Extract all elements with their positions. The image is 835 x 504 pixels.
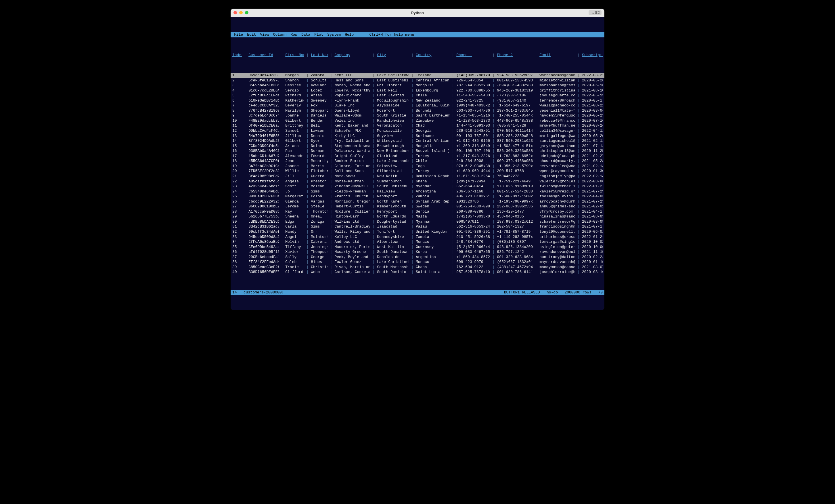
cell-idx: 34 <box>232 239 242 244</box>
cell-city: New Keith <box>377 174 409 179</box>
cell-last: Cabrera <box>311 239 328 244</box>
table-row[interactable]: 9|8c7debEc4DcC745|Joanne|Daniels|Wallace… <box>230 113 605 118</box>
menu-plot[interactable]: Plot <box>312 32 325 37</box>
cell-separator: | <box>533 128 539 134</box>
menu-column[interactable]: Column <box>271 32 288 37</box>
table-row[interactable]: 40|B38D7656DEdEEE3|Clifford|Webb|Carlson… <box>230 269 605 275</box>
cell-first: Clifford <box>285 269 304 275</box>
cell-company: Wilkins Ltd <box>334 219 370 224</box>
table-row[interactable]: 3|85F9bbe4bEB3B12|Desiree|Rowland|Moran,… <box>230 83 605 88</box>
table-row[interactable]: 31|3d42dB31B62ac73|Carla|Sims|Cantrell-B… <box>230 224 605 229</box>
cell-separator: | <box>575 174 582 179</box>
table-row[interactable]: 21|3fAe7B8598eFd7C|Jill|Guerra|Mata-Snow… <box>230 174 605 179</box>
table-row[interactable]: 30|cdDBb8bDACE3dC1|Edgar|Zuniga|Wilkins … <box>230 219 605 224</box>
titlebar[interactable]: Python ⌥⌘2 <box>230 8 605 17</box>
cell-separator: | <box>328 249 334 255</box>
table-row[interactable]: 4|01cCF7cdE2dE6A9|Sergio|Lopez|Lowery, M… <box>230 88 605 93</box>
col-header-email[interactable]: Email <box>539 53 575 58</box>
table-row[interactable]: 1|069ddDc14D23C30|Morgan|Zamora|Kent LLC… <box>230 73 605 78</box>
cell-separator: | <box>575 235 582 240</box>
footer-status: BUTTON1_RELEASED <box>504 290 540 295</box>
col-header-last-name[interactable]: Last Name <box>311 53 328 58</box>
window-shortcut-badge: ⌥⌘2 <box>589 11 602 15</box>
table-row[interactable]: 33|945eebD509d8a9B|Angel|Mcintosh|Kelley… <box>230 235 605 240</box>
cell-separator: | <box>370 255 377 260</box>
table-row[interactable]: 25|093DAD23D7633e6|Margaret|Colon|Franci… <box>230 194 605 199</box>
menu-view[interactable]: View <box>258 32 270 37</box>
table-row[interactable]: 37|29CBa6ebcc4Fa13|Sally|George|Peck, Bo… <box>230 255 605 260</box>
cell-separator: | <box>328 189 334 194</box>
table-row[interactable]: 28|A170dcaF9aD08c7|Ray|Thornton|Mcclure,… <box>230 209 605 214</box>
table-row[interactable]: 19|BA7fcbC3b9C1Cb3|Joanne|Morris|Gilmore… <box>230 164 605 169</box>
cell-city: Randyport <box>377 194 409 199</box>
table-row[interactable]: 7|cF4d3CCDCAf32EE|Beverly|Fox|Blake Inc|… <box>230 103 605 108</box>
table-row[interactable]: 36|aFd4f028d05f156|Xavier|Thompson|Mccar… <box>230 249 605 255</box>
cell-separator: | <box>533 174 539 179</box>
cell-separator: | <box>279 239 285 244</box>
table-row[interactable]: 29|5b165b77E753bE1|Sheena|Oneal|Hinton-B… <box>230 214 605 219</box>
minimize-icon[interactable] <box>239 11 243 14</box>
table-row[interactable]: 23|42325CeAF6bc1d3|Scott|Mclean|Vincent-… <box>230 184 605 189</box>
cell-city: Doughertystad <box>377 219 409 224</box>
cell-idx: 25 <box>232 194 242 199</box>
table-row[interactable]: 27|06CC9D06100bE97|Jerome|Steele|Hebert-… <box>230 204 605 209</box>
col-header-company[interactable]: Company <box>334 53 370 58</box>
table-row[interactable]: 18|455CA6d4A7CF0fA|Jean|Mccarthy|Booker-… <box>230 159 605 164</box>
table-row[interactable]: 14|Bff8024D9Adb23B|Gilbert|Dyer|Fry, Cal… <box>230 138 605 144</box>
table-row[interactable]: 39|C850CeaeC3cE2Ac|Tracie|Christian|Riva… <box>230 265 605 270</box>
table-row[interactable]: 6|b10Fe3ebB714B19|Katherine|Sweeney|Flyn… <box>230 98 605 103</box>
cell-separator: | <box>304 93 311 98</box>
menu-help[interactable]: Help <box>343 32 355 37</box>
table-row[interactable]: 34|2fFcA6c86eaBb7d|Melvin|Cabrera|Andrew… <box>230 239 605 244</box>
table-row[interactable]: 10|F48E29dadcbb8df|Gilbert|Bender|Velez … <box>230 118 605 123</box>
table-row[interactable]: 32|99cbff3c34dAef9|Mandy|Orr|Walls, Rile… <box>230 229 605 235</box>
cell-separator: | <box>242 214 248 219</box>
cell-last: Schultz <box>311 78 328 83</box>
menu-system[interactable]: System <box>325 32 343 37</box>
cell-separator: | <box>450 219 456 224</box>
cell-sub: 2021-08-22 <box>582 103 603 108</box>
menu-edit[interactable]: Edit <box>245 32 258 37</box>
table-row[interactable]: 24|C65348De64ABdB2|Jo|Sims|Fields-Freema… <box>230 189 605 194</box>
table-row[interactable]: 22|AD5cafb1fAfd5cF|Angela|Preston|Morse-… <box>230 179 605 184</box>
table-row[interactable]: 15|FCDd93D9Cf4c5dE|Ariana|Nolan|Stephens… <box>230 144 605 149</box>
table-row[interactable]: 11|Df40Fe1bECE0a5C|Brittney|Bell|Kent, B… <box>230 123 605 128</box>
table-row[interactable]: 12|DDbbaCAdFcF4Cb3|Samuel|Lawson|Schaefe… <box>230 128 605 134</box>
table-row[interactable]: 38|EFf84f2FFedAd4d|Caleb|Hines|Fowler-Go… <box>230 260 605 265</box>
cell-country: Burundi <box>416 108 450 113</box>
cell-company: Kent, Baker and Da… <box>334 123 370 128</box>
col-header-phone-2[interactable]: Phone 2 <box>497 53 532 58</box>
menu-file[interactable]: File <box>232 32 245 37</box>
cell-phone1: +1-630-969-4944 <box>456 168 490 174</box>
cell-separator: | <box>533 244 539 250</box>
table-row[interactable]: 13|54c790461E6B58c|Jillian|Dennis|Kirby … <box>230 134 605 139</box>
menubar[interactable]: FileEditViewColumnRowDataPlotSystemHelpC… <box>230 32 605 38</box>
table-row[interactable]: 35|CEe6DDbe5492adE|Tiffany|Jennings|Mcco… <box>230 244 605 250</box>
table-row[interactable]: 17|15abcCD1eA67d70|Alexandria|Edwards|Br… <box>230 154 605 159</box>
cell-separator: | <box>450 209 456 214</box>
cell-separator: | <box>490 260 497 265</box>
cell-idx: 21 <box>232 174 242 179</box>
col-header-country[interactable]: Country <box>416 53 450 58</box>
table-row[interactable]: 2|5ceFDfeC1059FB7|Sharon|Schultz|Hess an… <box>230 78 605 83</box>
zoom-icon[interactable] <box>245 11 248 14</box>
menu-data[interactable]: Data <box>300 32 312 37</box>
cell-separator: | <box>242 98 248 103</box>
cell-first: Beverly <box>285 103 304 108</box>
col-header-subscripti-[interactable]: Subscripti> <box>582 53 603 58</box>
table-row[interactable]: 16|938EAb0a4A46C6C|Pam|Norman|Delacruz, … <box>230 148 605 154</box>
cell-separator: | <box>279 78 285 83</box>
col-header-customer-id[interactable]: Customer Id <box>248 53 279 58</box>
cell-separator: | <box>490 168 497 174</box>
menu-row[interactable]: Row <box>289 32 299 37</box>
col-header-first-name[interactable]: First Name <box>285 53 304 58</box>
col-header-phone-1[interactable]: Phone 1 <box>456 53 490 58</box>
col-header-index[interactable]: Index <box>232 53 242 58</box>
col-header-city[interactable]: City <box>377 53 409 58</box>
cell-first: Tracie <box>285 265 304 270</box>
table-row[interactable]: 8|776fcB427B196a5|Marilyn|Sheppard|Owens… <box>230 108 605 113</box>
table-row[interactable]: 5|E2fEcBC0c1EFdaf|Richard|Arias|Pope-Ric… <box>230 93 605 98</box>
table-row[interactable]: 26|cbccd9E222A32bd|Glenda|Vargas|Morriso… <box>230 199 605 204</box>
table-row[interactable]: 20|7FD5BEf2Df2e396|Willie|Fletcher|Ball … <box>230 168 605 174</box>
close-icon[interactable] <box>233 11 237 14</box>
